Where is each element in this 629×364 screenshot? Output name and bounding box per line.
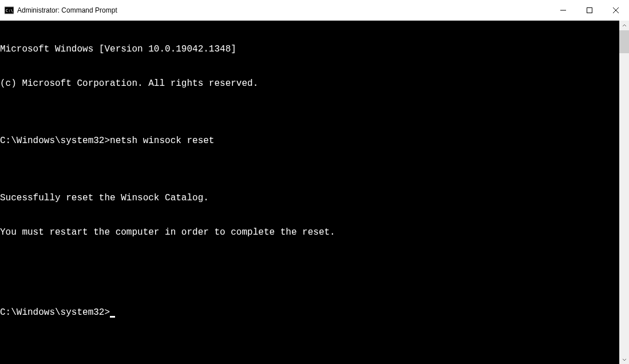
terminal-line: Sucessfully reset the Winsock Catalog. (0, 192, 619, 204)
terminal-line: C:\Windows\system32>netsh winsock reset (0, 135, 619, 147)
titlebar[interactable]: C:\ Administrator: Command Prompt (0, 0, 629, 21)
svg-text:C:\: C:\ (6, 9, 13, 13)
window-title: Administrator: Command Prompt (17, 6, 550, 14)
vertical-scrollbar[interactable] (619, 21, 629, 364)
window-controls (550, 0, 629, 21)
terminal-line: Microsoft Windows [Version 10.0.19042.13… (0, 43, 619, 55)
client-area: Microsoft Windows [Version 10.0.19042.13… (0, 21, 629, 364)
close-button[interactable] (603, 0, 629, 21)
scroll-up-arrow-icon[interactable] (619, 21, 629, 30)
prompt-text: C:\Windows\system32> (0, 307, 110, 318)
terminal-prompt-line: C:\Windows\system32> (0, 307, 619, 318)
minimize-button[interactable] (550, 0, 576, 21)
terminal-output[interactable]: Microsoft Windows [Version 10.0.19042.13… (0, 21, 619, 364)
cmd-icon: C:\ (5, 6, 14, 15)
maximize-button[interactable] (576, 0, 603, 21)
terminal-line: You must restart the computer in order t… (0, 227, 619, 238)
scroll-thumb[interactable] (619, 30, 629, 53)
cursor (110, 316, 115, 318)
svg-rect-3 (587, 8, 592, 13)
scroll-down-arrow-icon[interactable] (619, 354, 629, 364)
terminal-line: (c) Microsoft Corporation. All rights re… (0, 78, 619, 89)
scroll-track[interactable] (619, 30, 629, 354)
